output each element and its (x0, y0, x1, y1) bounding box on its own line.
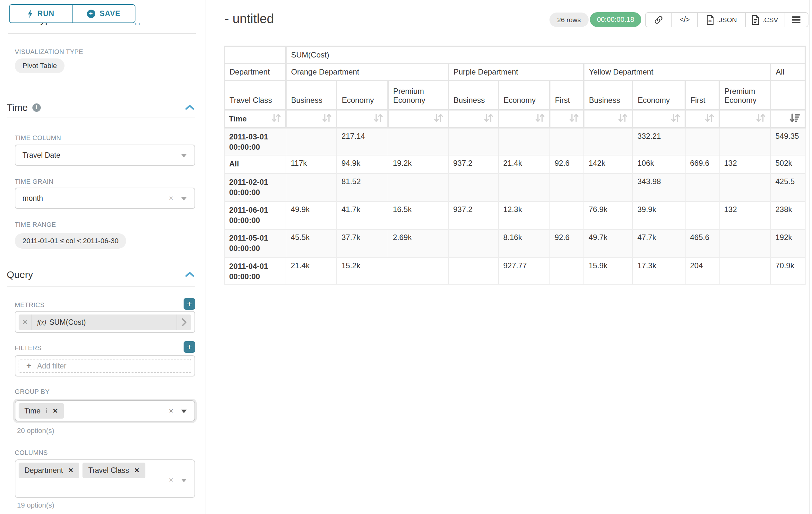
pivot-sort-cell[interactable] (685, 110, 719, 128)
pivot-value-cell (388, 128, 448, 155)
info-icon: i (32, 104, 41, 112)
sort-icon[interactable] (704, 113, 715, 125)
fx-icon: f(x) (37, 319, 46, 326)
add-metric-button[interactable]: + (183, 298, 195, 310)
clear-icon[interactable]: × (169, 194, 173, 203)
field-chip[interactable]: Timei✕ (19, 403, 64, 418)
row-count-badge: 26 rows (549, 12, 589, 27)
chevron-down-icon (181, 197, 187, 200)
control-panel-sidebar: Chart Type RUN + SAVE VISUALIZATION TYPE… (0, 0, 205, 514)
sort-icon[interactable] (270, 113, 282, 125)
clear-icon[interactable]: × (169, 476, 173, 484)
save-button[interactable]: + SAVE (72, 5, 135, 23)
pivot-value-cell (448, 128, 498, 155)
copy-link-button[interactable] (646, 13, 671, 27)
chevron-down-icon (181, 154, 187, 157)
pivot-value-cell: 669.6 (685, 155, 719, 173)
pivot-sort-cell[interactable] (550, 110, 584, 128)
pivot-value-cell: 39.9k (633, 201, 685, 229)
add-filter-plus-button[interactable]: + (183, 341, 195, 353)
time-column-select[interactable]: Travel Date (15, 144, 195, 166)
pivot-row-axis-label[interactable]: Time (224, 110, 286, 128)
pivot-value-cell (550, 201, 584, 229)
pivot-value-cell (448, 173, 498, 201)
embed-code-button[interactable]: </> (671, 13, 697, 27)
pivot-value-cell (448, 229, 498, 258)
pivot-group-header: Orange Department (286, 63, 448, 80)
pivot-sort-cell[interactable] (633, 110, 685, 128)
pivot-data-row: 2011-05-01 00:00:0045.5k37.7k2.69k8.16k9… (224, 229, 805, 258)
sort-icon[interactable] (569, 113, 579, 125)
metric-chip[interactable]: ✕ f(x) SUM(Cost) (19, 315, 191, 330)
pivot-value-cell: 332.21 (633, 128, 685, 155)
pivot-sort-active-cell[interactable] (771, 110, 805, 128)
sort-icon[interactable] (534, 113, 545, 125)
pivot-row-label: All (224, 155, 286, 173)
pivot-value-cell: 92.6 (550, 155, 584, 173)
remove-chip-icon[interactable]: ✕ (134, 466, 140, 474)
collapse-chevron-icon[interactable] (185, 271, 195, 277)
pivot-sort-cell[interactable] (337, 110, 388, 128)
add-filter-button[interactable]: + Add filter (19, 359, 191, 373)
divider (7, 117, 195, 118)
collapse-chevron-icon[interactable] (185, 104, 195, 110)
pivot-col-axis2-label: Travel Class (224, 80, 286, 110)
pivot-sort-cell[interactable] (286, 110, 337, 128)
divider (8, 33, 196, 34)
plus-circle-icon: + (87, 10, 95, 18)
sort-desc-icon[interactable] (789, 113, 801, 125)
remove-chip-icon[interactable]: ✕ (53, 407, 58, 415)
sidebar-resize-handle[interactable] (205, 0, 205, 514)
pivot-sort-cell[interactable] (448, 110, 498, 128)
field-chip[interactable]: Travel Class✕ (83, 463, 145, 478)
visualization-type-pill[interactable]: Pivot Table (15, 58, 64, 73)
field-chip[interactable]: Department✕ (19, 463, 79, 478)
pivot-sort-cell[interactable] (719, 110, 771, 128)
remove-chip-icon[interactable]: ✕ (68, 466, 74, 474)
menu-button[interactable] (784, 13, 808, 27)
chart-title[interactable]: - untitled (225, 11, 274, 26)
panel-grip-dot (135, 23, 137, 25)
pivot-sort-cell[interactable] (584, 110, 633, 128)
remove-metric-icon[interactable]: ✕ (19, 315, 32, 330)
sort-icon[interactable] (483, 113, 494, 125)
pivot-value-cell (584, 128, 633, 155)
sort-icon[interactable] (670, 113, 681, 125)
pivot-value-cell: 425.5 (771, 173, 805, 201)
pivot-value-cell (719, 128, 771, 155)
pivot-value-cell: 37.7k (337, 229, 388, 258)
export-csv-button[interactable]: .CSV (745, 13, 784, 27)
pivot-value-cell: 49.9k (286, 201, 337, 229)
sort-icon[interactable] (373, 113, 383, 125)
pivot-value-cell (550, 258, 584, 284)
sort-icon[interactable] (755, 113, 766, 125)
group-by-label: GROUP BY (15, 388, 50, 396)
columns-select[interactable]: Department✕Travel Class✕ × (15, 459, 195, 498)
pivot-value-cell: 70.9k (771, 258, 805, 284)
clear-icon[interactable]: × (169, 406, 173, 415)
pivot-value-cell (719, 258, 771, 284)
pivot-sort-cell[interactable] (388, 110, 448, 128)
pivot-value-cell: 937.2 (448, 201, 498, 229)
query-section-title-text: Query (7, 269, 33, 280)
pivot-subcol-header: First (550, 80, 584, 110)
expand-metric-icon[interactable] (176, 315, 191, 330)
run-button[interactable]: RUN (10, 5, 72, 23)
sort-icon[interactable] (617, 113, 628, 125)
save-button-label: SAVE (100, 9, 121, 18)
sort-icon[interactable] (321, 113, 332, 125)
pivot-value-cell: 132 (719, 201, 771, 229)
lightning-icon (27, 10, 33, 18)
export-json-button[interactable]: <> .JSON (697, 13, 745, 27)
pivot-sort-cell[interactable] (498, 110, 550, 128)
metrics-label: METRICS (15, 301, 45, 309)
pivot-subcol-header: Economy (337, 80, 388, 110)
pivot-value-cell (685, 173, 719, 201)
sort-icon[interactable] (433, 113, 444, 125)
time-grain-value: month (23, 194, 43, 203)
pivot-value-cell: 21.4k (498, 155, 550, 173)
time-grain-select[interactable]: month × (15, 188, 195, 209)
time-range-pill[interactable]: 2011-01-01 ≤ col < 2011-06-30 (15, 233, 126, 249)
group-by-select[interactable]: Timei✕ × (15, 400, 195, 422)
pivot-subcol-header: Business (286, 80, 337, 110)
